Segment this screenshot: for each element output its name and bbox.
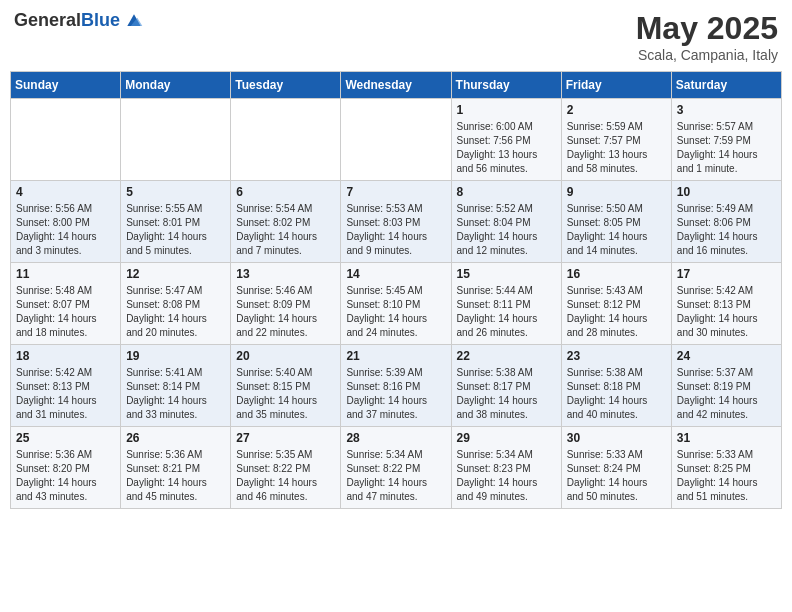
week-row-5: 25Sunrise: 5:36 AM Sunset: 8:20 PM Dayli…: [11, 427, 782, 509]
day-number: 5: [126, 185, 225, 199]
day-number: 7: [346, 185, 445, 199]
calendar-cell: 15Sunrise: 5:44 AM Sunset: 8:11 PM Dayli…: [451, 263, 561, 345]
day-info: Sunrise: 5:50 AM Sunset: 8:05 PM Dayligh…: [567, 202, 666, 258]
calendar-cell: [11, 99, 121, 181]
logo-icon: [124, 11, 144, 31]
day-number: 13: [236, 267, 335, 281]
day-info: Sunrise: 5:52 AM Sunset: 8:04 PM Dayligh…: [457, 202, 556, 258]
day-info: Sunrise: 5:44 AM Sunset: 8:11 PM Dayligh…: [457, 284, 556, 340]
day-number: 6: [236, 185, 335, 199]
day-info: Sunrise: 5:36 AM Sunset: 8:21 PM Dayligh…: [126, 448, 225, 504]
day-info: Sunrise: 5:48 AM Sunset: 8:07 PM Dayligh…: [16, 284, 115, 340]
week-row-4: 18Sunrise: 5:42 AM Sunset: 8:13 PM Dayli…: [11, 345, 782, 427]
calendar-cell: 18Sunrise: 5:42 AM Sunset: 8:13 PM Dayli…: [11, 345, 121, 427]
day-number: 3: [677, 103, 776, 117]
day-info: Sunrise: 5:33 AM Sunset: 8:24 PM Dayligh…: [567, 448, 666, 504]
day-number: 25: [16, 431, 115, 445]
title-block: May 2025 Scala, Campania, Italy: [636, 10, 778, 63]
day-number: 29: [457, 431, 556, 445]
day-number: 22: [457, 349, 556, 363]
day-number: 20: [236, 349, 335, 363]
calendar-cell: [231, 99, 341, 181]
weekday-header-friday: Friday: [561, 72, 671, 99]
day-info: Sunrise: 5:42 AM Sunset: 8:13 PM Dayligh…: [16, 366, 115, 422]
day-info: Sunrise: 5:36 AM Sunset: 8:20 PM Dayligh…: [16, 448, 115, 504]
day-info: Sunrise: 5:54 AM Sunset: 8:02 PM Dayligh…: [236, 202, 335, 258]
day-number: 31: [677, 431, 776, 445]
calendar-cell: 22Sunrise: 5:38 AM Sunset: 8:17 PM Dayli…: [451, 345, 561, 427]
calendar-cell: 24Sunrise: 5:37 AM Sunset: 8:19 PM Dayli…: [671, 345, 781, 427]
day-number: 12: [126, 267, 225, 281]
calendar-cell: 28Sunrise: 5:34 AM Sunset: 8:22 PM Dayli…: [341, 427, 451, 509]
day-info: Sunrise: 5:38 AM Sunset: 8:17 PM Dayligh…: [457, 366, 556, 422]
day-number: 28: [346, 431, 445, 445]
main-title: May 2025: [636, 10, 778, 47]
calendar-cell: 29Sunrise: 5:34 AM Sunset: 8:23 PM Dayli…: [451, 427, 561, 509]
calendar-cell: 26Sunrise: 5:36 AM Sunset: 8:21 PM Dayli…: [121, 427, 231, 509]
day-number: 16: [567, 267, 666, 281]
weekday-header-thursday: Thursday: [451, 72, 561, 99]
day-number: 15: [457, 267, 556, 281]
day-info: Sunrise: 5:46 AM Sunset: 8:09 PM Dayligh…: [236, 284, 335, 340]
day-info: Sunrise: 6:00 AM Sunset: 7:56 PM Dayligh…: [457, 120, 556, 176]
day-info: Sunrise: 5:35 AM Sunset: 8:22 PM Dayligh…: [236, 448, 335, 504]
calendar-cell: 23Sunrise: 5:38 AM Sunset: 8:18 PM Dayli…: [561, 345, 671, 427]
calendar-cell: 25Sunrise: 5:36 AM Sunset: 8:20 PM Dayli…: [11, 427, 121, 509]
header: GeneralBlue May 2025 Scala, Campania, It…: [10, 10, 782, 63]
weekday-header-sunday: Sunday: [11, 72, 121, 99]
calendar-cell: 21Sunrise: 5:39 AM Sunset: 8:16 PM Dayli…: [341, 345, 451, 427]
day-info: Sunrise: 5:34 AM Sunset: 8:22 PM Dayligh…: [346, 448, 445, 504]
calendar-cell: 3Sunrise: 5:57 AM Sunset: 7:59 PM Daylig…: [671, 99, 781, 181]
logo: GeneralBlue: [14, 10, 144, 31]
day-info: Sunrise: 5:59 AM Sunset: 7:57 PM Dayligh…: [567, 120, 666, 176]
calendar-cell: 7Sunrise: 5:53 AM Sunset: 8:03 PM Daylig…: [341, 181, 451, 263]
day-number: 21: [346, 349, 445, 363]
calendar-cell: 10Sunrise: 5:49 AM Sunset: 8:06 PM Dayli…: [671, 181, 781, 263]
day-info: Sunrise: 5:42 AM Sunset: 8:13 PM Dayligh…: [677, 284, 776, 340]
weekday-header-saturday: Saturday: [671, 72, 781, 99]
day-info: Sunrise: 5:41 AM Sunset: 8:14 PM Dayligh…: [126, 366, 225, 422]
week-row-3: 11Sunrise: 5:48 AM Sunset: 8:07 PM Dayli…: [11, 263, 782, 345]
week-row-1: 1Sunrise: 6:00 AM Sunset: 7:56 PM Daylig…: [11, 99, 782, 181]
weekday-header-tuesday: Tuesday: [231, 72, 341, 99]
day-number: 1: [457, 103, 556, 117]
calendar-cell: 13Sunrise: 5:46 AM Sunset: 8:09 PM Dayli…: [231, 263, 341, 345]
day-info: Sunrise: 5:47 AM Sunset: 8:08 PM Dayligh…: [126, 284, 225, 340]
week-row-2: 4Sunrise: 5:56 AM Sunset: 8:00 PM Daylig…: [11, 181, 782, 263]
day-number: 23: [567, 349, 666, 363]
day-info: Sunrise: 5:38 AM Sunset: 8:18 PM Dayligh…: [567, 366, 666, 422]
calendar-cell: 27Sunrise: 5:35 AM Sunset: 8:22 PM Dayli…: [231, 427, 341, 509]
calendar-cell: 14Sunrise: 5:45 AM Sunset: 8:10 PM Dayli…: [341, 263, 451, 345]
day-number: 11: [16, 267, 115, 281]
day-number: 19: [126, 349, 225, 363]
calendar-cell: 11Sunrise: 5:48 AM Sunset: 8:07 PM Dayli…: [11, 263, 121, 345]
day-info: Sunrise: 5:39 AM Sunset: 8:16 PM Dayligh…: [346, 366, 445, 422]
calendar-cell: 8Sunrise: 5:52 AM Sunset: 8:04 PM Daylig…: [451, 181, 561, 263]
calendar-cell: 1Sunrise: 6:00 AM Sunset: 7:56 PM Daylig…: [451, 99, 561, 181]
day-number: 2: [567, 103, 666, 117]
day-number: 30: [567, 431, 666, 445]
calendar-cell: 19Sunrise: 5:41 AM Sunset: 8:14 PM Dayli…: [121, 345, 231, 427]
calendar-cell: 17Sunrise: 5:42 AM Sunset: 8:13 PM Dayli…: [671, 263, 781, 345]
day-number: 17: [677, 267, 776, 281]
day-number: 26: [126, 431, 225, 445]
day-info: Sunrise: 5:37 AM Sunset: 8:19 PM Dayligh…: [677, 366, 776, 422]
day-info: Sunrise: 5:53 AM Sunset: 8:03 PM Dayligh…: [346, 202, 445, 258]
calendar-cell: 16Sunrise: 5:43 AM Sunset: 8:12 PM Dayli…: [561, 263, 671, 345]
logo-general-text: GeneralBlue: [14, 10, 120, 31]
calendar: SundayMondayTuesdayWednesdayThursdayFrid…: [10, 71, 782, 509]
day-info: Sunrise: 5:40 AM Sunset: 8:15 PM Dayligh…: [236, 366, 335, 422]
day-info: Sunrise: 5:43 AM Sunset: 8:12 PM Dayligh…: [567, 284, 666, 340]
day-number: 8: [457, 185, 556, 199]
weekday-header-wednesday: Wednesday: [341, 72, 451, 99]
calendar-cell: 4Sunrise: 5:56 AM Sunset: 8:00 PM Daylig…: [11, 181, 121, 263]
day-info: Sunrise: 5:45 AM Sunset: 8:10 PM Dayligh…: [346, 284, 445, 340]
calendar-cell: [121, 99, 231, 181]
day-info: Sunrise: 5:49 AM Sunset: 8:06 PM Dayligh…: [677, 202, 776, 258]
calendar-cell: 5Sunrise: 5:55 AM Sunset: 8:01 PM Daylig…: [121, 181, 231, 263]
calendar-cell: 20Sunrise: 5:40 AM Sunset: 8:15 PM Dayli…: [231, 345, 341, 427]
calendar-cell: 9Sunrise: 5:50 AM Sunset: 8:05 PM Daylig…: [561, 181, 671, 263]
day-info: Sunrise: 5:33 AM Sunset: 8:25 PM Dayligh…: [677, 448, 776, 504]
day-number: 18: [16, 349, 115, 363]
calendar-cell: 2Sunrise: 5:59 AM Sunset: 7:57 PM Daylig…: [561, 99, 671, 181]
